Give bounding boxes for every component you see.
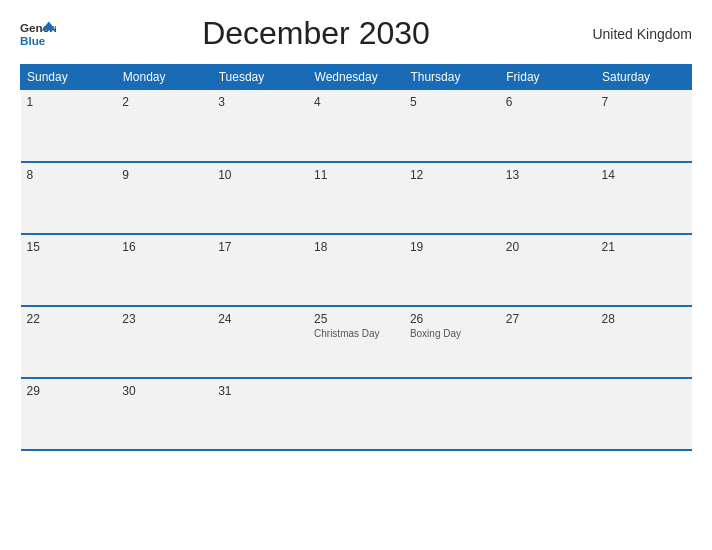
country-label: United Kingdom [572, 26, 692, 42]
calendar-cell: 3 [212, 90, 308, 162]
header-wednesday: Wednesday [308, 65, 404, 90]
day-number: 12 [410, 168, 494, 182]
day-number: 30 [122, 384, 206, 398]
calendar-cell: 10 [212, 162, 308, 234]
header-monday: Monday [116, 65, 212, 90]
day-number: 10 [218, 168, 302, 182]
header-saturday: Saturday [596, 65, 692, 90]
calendar-cell: 11 [308, 162, 404, 234]
calendar-cell: 15 [21, 234, 117, 306]
day-number: 29 [27, 384, 111, 398]
day-number: 21 [602, 240, 686, 254]
day-number: 18 [314, 240, 398, 254]
calendar-cell: 19 [404, 234, 500, 306]
day-number: 25 [314, 312, 398, 326]
header-friday: Friday [500, 65, 596, 90]
day-number: 8 [27, 168, 111, 182]
svg-text:Blue: Blue [20, 33, 46, 46]
calendar-page: General Blue December 2030 United Kingdo… [0, 0, 712, 550]
day-number: 20 [506, 240, 590, 254]
calendar-cell: 21 [596, 234, 692, 306]
calendar-cell [308, 378, 404, 450]
calendar-title: December 2030 [60, 15, 572, 52]
calendar-cell: 30 [116, 378, 212, 450]
day-number: 23 [122, 312, 206, 326]
holiday-label: Boxing Day [410, 328, 494, 339]
day-number: 4 [314, 95, 398, 109]
calendar-cell: 14 [596, 162, 692, 234]
day-number: 28 [602, 312, 686, 326]
calendar-cell: 27 [500, 306, 596, 378]
calendar-cell: 26Boxing Day [404, 306, 500, 378]
calendar-cell: 7 [596, 90, 692, 162]
calendar-cell: 8 [21, 162, 117, 234]
day-number: 13 [506, 168, 590, 182]
calendar-cell [404, 378, 500, 450]
day-number: 16 [122, 240, 206, 254]
header-sunday: Sunday [21, 65, 117, 90]
logo-icon: General Blue [20, 16, 56, 52]
calendar-cell: 2 [116, 90, 212, 162]
logo: General Blue [20, 16, 60, 52]
day-number: 31 [218, 384, 302, 398]
calendar-cell: 13 [500, 162, 596, 234]
day-number: 22 [27, 312, 111, 326]
calendar-cell: 16 [116, 234, 212, 306]
day-number: 15 [27, 240, 111, 254]
week-row-4: 22232425Christmas Day26Boxing Day2728 [21, 306, 692, 378]
calendar-cell [596, 378, 692, 450]
day-number: 24 [218, 312, 302, 326]
calendar-cell: 9 [116, 162, 212, 234]
day-number: 6 [506, 95, 590, 109]
calendar-cell [500, 378, 596, 450]
calendar-cell: 25Christmas Day [308, 306, 404, 378]
calendar-cell: 22 [21, 306, 117, 378]
header-tuesday: Tuesday [212, 65, 308, 90]
calendar-cell: 24 [212, 306, 308, 378]
calendar-cell: 28 [596, 306, 692, 378]
day-number: 5 [410, 95, 494, 109]
day-number: 3 [218, 95, 302, 109]
day-number: 1 [27, 95, 111, 109]
calendar-cell: 6 [500, 90, 596, 162]
day-number: 7 [602, 95, 686, 109]
calendar-cell: 5 [404, 90, 500, 162]
day-number: 11 [314, 168, 398, 182]
week-row-2: 891011121314 [21, 162, 692, 234]
calendar-cell: 12 [404, 162, 500, 234]
day-number: 2 [122, 95, 206, 109]
calendar-table: Sunday Monday Tuesday Wednesday Thursday… [20, 64, 692, 451]
calendar-cell: 31 [212, 378, 308, 450]
days-header-row: Sunday Monday Tuesday Wednesday Thursday… [21, 65, 692, 90]
header: General Blue December 2030 United Kingdo… [20, 15, 692, 52]
week-row-3: 15161718192021 [21, 234, 692, 306]
week-row-1: 1234567 [21, 90, 692, 162]
calendar-cell: 1 [21, 90, 117, 162]
calendar-cell: 29 [21, 378, 117, 450]
calendar-cell: 23 [116, 306, 212, 378]
day-number: 14 [602, 168, 686, 182]
day-number: 27 [506, 312, 590, 326]
calendar-cell: 20 [500, 234, 596, 306]
calendar-cell: 4 [308, 90, 404, 162]
day-number: 26 [410, 312, 494, 326]
day-number: 19 [410, 240, 494, 254]
calendar-cell: 18 [308, 234, 404, 306]
day-number: 17 [218, 240, 302, 254]
header-thursday: Thursday [404, 65, 500, 90]
holiday-label: Christmas Day [314, 328, 398, 339]
week-row-5: 293031 [21, 378, 692, 450]
calendar-cell: 17 [212, 234, 308, 306]
day-number: 9 [122, 168, 206, 182]
